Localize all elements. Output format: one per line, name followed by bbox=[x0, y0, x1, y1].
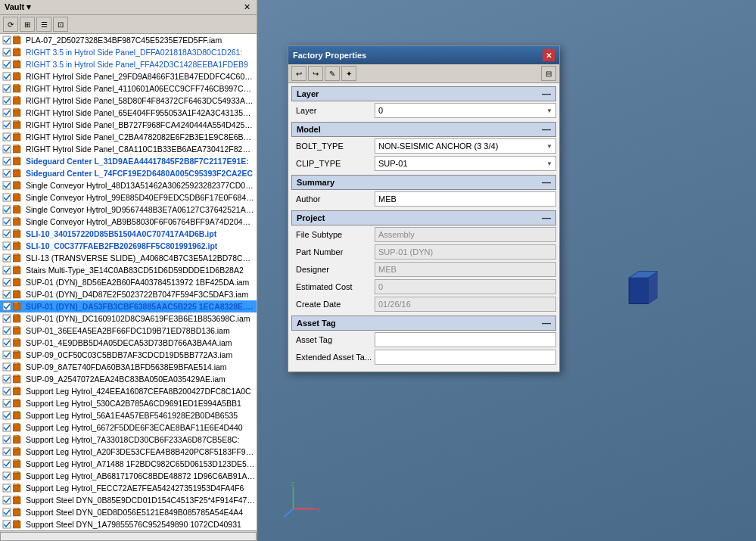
dialog-titlebar: Factory Properties ✕ bbox=[288, 46, 559, 64]
tree-item-label: SUP-01 (DYN)_8D56EA2B60FA403784513972 1B… bbox=[26, 278, 249, 287]
dialog-toolbar-edit[interactable]: ✎ bbox=[325, 66, 340, 81]
dialog-toolbar-redo[interactable]: ↪ bbox=[308, 66, 323, 81]
toolbar-refresh-btn[interactable]: ⟳ bbox=[3, 17, 18, 32]
toolbar-list-btn[interactable]: ☰ bbox=[36, 17, 51, 32]
tree-item[interactable]: SLI-13 (TRANSVERSE SLIDE)_A4068C4B7C3E5A… bbox=[0, 252, 257, 264]
property-label-layer: Layer bbox=[291, 106, 375, 115]
svg-rect-144 bbox=[14, 435, 18, 437]
dialog-close-button[interactable]: ✕ bbox=[543, 49, 555, 61]
tree-item[interactable]: SUP-01_4E9DBB5D4A05DECA53D73BD766A3BA4A.… bbox=[0, 337, 257, 349]
tree-item[interactable]: Support Steel DYN_1A79855576C952549890 1… bbox=[0, 518, 257, 530]
tree-item[interactable]: Support Steel DYN_0ED8D056E5121E849B0857… bbox=[0, 506, 257, 518]
horizontal-scrollbar[interactable] bbox=[0, 532, 257, 541]
property-value-extended-asset-tag[interactable] bbox=[375, 350, 556, 365]
svg-rect-36 bbox=[14, 108, 18, 110]
tree-item-label: Sideguard Center L_74FCF19E2D6480A005C95… bbox=[26, 169, 253, 178]
svg-rect-76 bbox=[14, 229, 18, 231]
file-tree[interactable]: PLA-07_2D5027328E34BF987C45E5235E7ED5FF.… bbox=[0, 34, 257, 530]
tree-item[interactable]: Support Leg Hytrol_6672F5DDE6F3ECAE8BAF1… bbox=[0, 421, 257, 434]
property-value-layer[interactable]: 0 bbox=[375, 103, 556, 118]
svg-marker-135 bbox=[18, 411, 20, 412]
tree-item[interactable]: RIGHT Hytrol Side Panel_65E404FF955053A1… bbox=[0, 107, 257, 119]
property-value-bolt-type[interactable]: NON-SEISMIC ANCHOR (3 3/4) bbox=[375, 138, 556, 154]
tree-item-label: RIGHT Hytrol Side Panel_C8A110C1B33EB6AE… bbox=[26, 145, 255, 154]
tree-item[interactable]: Support Leg Hytrol_A20F3DE53CFEA4B8B420P… bbox=[0, 446, 257, 458]
tree-item[interactable]: RIGHT Hytrol Side Panel_58D80F4F84372CF6… bbox=[0, 95, 257, 107]
tree-item[interactable]: RIGHT 3.5 in Hytrol Side Panel_FFA42D3C1… bbox=[0, 58, 257, 70]
property-row-create-date: Create Date 01/26/16 bbox=[291, 296, 556, 312]
svg-rect-86 bbox=[13, 267, 20, 274]
toolbar-grid-btn[interactable]: ⊡ bbox=[53, 17, 68, 32]
section-model-header[interactable]: Model — bbox=[291, 122, 556, 137]
tree-item[interactable]: SUP-09_0CF50C03C5BDB7AF3CDCD19D5BB772A3.… bbox=[0, 349, 257, 361]
tree-item[interactable]: SUP-09_8A7E740FDA60B3A1BFD5638E9BFAE514.… bbox=[0, 361, 257, 373]
svg-rect-74 bbox=[13, 231, 20, 238]
property-value-author[interactable]: MEB bbox=[375, 191, 556, 207]
svg-rect-98 bbox=[13, 303, 20, 310]
toolbar-filter-btn[interactable]: ⊞ bbox=[20, 17, 35, 32]
property-label-clip-type: CLIP_TYPE bbox=[291, 159, 375, 168]
svg-rect-128 bbox=[14, 387, 18, 388]
tree-item[interactable]: SLI-10_340157220D85B51504A0C707417A4D6B.… bbox=[0, 228, 257, 240]
tree-item[interactable]: Support Leg Hytrol_56A1E4A57EBF5461928E2… bbox=[0, 409, 257, 421]
tree-item[interactable]: SUP-01_36EE4A5EA2BF66FDC1D9B71ED78BD136.… bbox=[0, 325, 257, 337]
svg-marker-55 bbox=[18, 169, 20, 170]
panel-scrollbar bbox=[0, 530, 257, 541]
tree-item[interactable]: SUP-01 (DYN)_D4D87E2F5023722B7047F594F3C… bbox=[0, 288, 257, 300]
tree-item[interactable]: Single Conveyor Hytrol_48D13A51462A30625… bbox=[0, 179, 257, 191]
dialog-toolbar-export[interactable]: ⊟ bbox=[541, 66, 556, 81]
check-icon bbox=[2, 495, 12, 505]
svg-marker-31 bbox=[18, 96, 20, 98]
svg-marker-167 bbox=[18, 508, 20, 509]
tree-item[interactable]: RIGHT Hytrol Side Panel_4110601A06ECC9CF… bbox=[0, 82, 257, 95]
tree-item[interactable]: SLI-10_C0C377FAEB2FB202698FF5C801991962.… bbox=[0, 240, 257, 252]
tree-item[interactable]: SUP-01 (DYN)_8D56EA2B60FA403784513972 1B… bbox=[0, 276, 257, 288]
svg-marker-95 bbox=[18, 290, 20, 291]
tree-item[interactable]: Support Leg Hytrol_530CA2B785A6CD9691ED1… bbox=[0, 397, 257, 409]
tree-item[interactable]: Single Conveyor Hytrol_9D9567448B3E7A061… bbox=[0, 204, 257, 216]
panel-title[interactable]: Vault ▾ bbox=[5, 2, 31, 12]
tree-item[interactable]: RIGHT Hytrol Side Panel_29FD9A8466F31EB4… bbox=[0, 70, 257, 82]
dialog-toolbar-undo[interactable]: ↩ bbox=[291, 66, 306, 81]
tree-item[interactable]: SUP-09_A2547072AEA24BC83BA050EA035429AE.… bbox=[0, 373, 257, 385]
property-label-part-number: Part Number bbox=[291, 247, 375, 257]
panel-close-btn[interactable]: ✕ bbox=[242, 2, 252, 12]
svg-rect-24 bbox=[14, 72, 18, 73]
tree-item[interactable]: Stairs Multi-Type_3E14C0AB83CD51D6D59DDD… bbox=[0, 264, 257, 276]
tree-item[interactable]: Sideguard Center L_74FCF19E2D6480A005C95… bbox=[0, 167, 257, 179]
tree-item[interactable]: SUP-01 (DYN)_DA53FB3CBF63885AAC5B225 1EC… bbox=[0, 300, 257, 312]
svg-rect-42 bbox=[13, 134, 20, 141]
dialog-content: Layer — Layer 0 Model — BOLT_TYPE NON-SE… bbox=[288, 83, 559, 372]
tree-item[interactable]: Support Steel DYN_0B85E9DCD01D154C4513F2… bbox=[0, 494, 257, 506]
tree-item[interactable]: PLA-07_2D5027328E34BF987C45E5235E7ED5FF.… bbox=[0, 34, 257, 46]
svg-rect-34 bbox=[13, 110, 20, 117]
tree-item[interactable]: SUP-01 (DYN)_DC1609102D8C9A619FE3B6E1B85… bbox=[0, 312, 257, 325]
section-layer-header[interactable]: Layer — bbox=[291, 86, 556, 101]
tree-item[interactable]: Support Leg Hytrol_7A33018CD30CB6F233A6D… bbox=[0, 434, 257, 446]
check-icon bbox=[2, 204, 12, 215]
tree-item[interactable]: Single Conveyor Hytrol_AB9B58030F6F06764… bbox=[0, 216, 257, 228]
tree-item[interactable]: Single Conveyor Hytrol_99E885D40EF9EDC5D… bbox=[0, 191, 257, 204]
tree-item[interactable]: RIGHT Hytrol Side Panel_C8A110C1B33EB6AE… bbox=[0, 143, 257, 155]
section-asset-tag-header[interactable]: Asset Tag — bbox=[291, 316, 556, 331]
property-value-file-subtype: Assembly bbox=[375, 227, 556, 242]
svg-rect-90 bbox=[13, 279, 20, 286]
section-summary-header[interactable]: Summary — bbox=[291, 175, 556, 190]
section-project-header[interactable]: Project — bbox=[291, 210, 556, 225]
svg-rect-116 bbox=[14, 350, 18, 352]
dialog-toolbar-star[interactable]: ✦ bbox=[341, 66, 356, 81]
file-icon bbox=[12, 483, 24, 493]
svg-rect-110 bbox=[13, 340, 20, 347]
property-row-estimated-cost: Estimated Cost 0 bbox=[291, 278, 556, 295]
tree-item[interactable]: Support Leg Hytrol_A71488 1F2BDC982C65D0… bbox=[0, 458, 257, 470]
tree-item[interactable]: RIGHT Hytrol Side Panel_C2BA4782082E6F2B… bbox=[0, 131, 257, 143]
tree-item[interactable]: RIGHT 3.5 in Hytrol Side Panel_DFFA02181… bbox=[0, 46, 257, 58]
tree-item[interactable]: RIGHT Hytrol Side Panel_BB727F968FCA4240… bbox=[0, 119, 257, 131]
property-value-asset-tag[interactable] bbox=[375, 332, 556, 347]
check-icon bbox=[2, 229, 12, 239]
tree-item[interactable]: Support Leg Hytrol_FECC72AE7FEA542427351… bbox=[0, 482, 257, 494]
tree-item[interactable]: Support Leg Hytrol_AB68171706C8BDE48872 … bbox=[0, 470, 257, 482]
property-value-clip-type[interactable]: SUP-01 bbox=[375, 156, 556, 171]
tree-item[interactable]: Sideguard Center L_31D9AEA44417845F2B8F7… bbox=[0, 155, 257, 167]
tree-item[interactable]: Support Leg Hytrol_424EEA16087CEFA8B2004… bbox=[0, 385, 257, 397]
